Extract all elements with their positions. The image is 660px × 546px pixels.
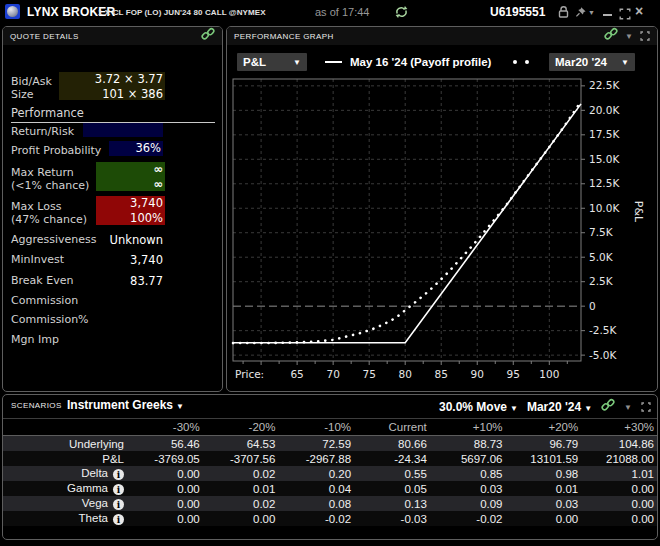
chevron-down-icon: ▼: [584, 404, 592, 413]
max-loss-chance-label: (47% chance): [11, 213, 87, 226]
panel-menu-caret-icon[interactable]: ▼: [624, 403, 632, 412]
return-risk-label: Return/Risk: [11, 125, 74, 138]
cell-value: 0.02: [203, 496, 279, 511]
cell-value: 0.05: [354, 481, 430, 496]
table-row[interactable]: Thetai0.000.00-0.02-0.03-0.020.000.00: [3, 511, 657, 526]
cell-value: 5697.06: [430, 451, 506, 466]
table-row[interactable]: Vegai0.000.020.080.130.090.030.00: [3, 496, 657, 511]
column-header: -20%: [203, 419, 279, 436]
legend-dotted-sample: [513, 60, 529, 64]
svg-text:7.5K: 7.5K: [589, 226, 614, 238]
svg-text:100: 100: [539, 368, 559, 380]
cell-value: 0.00: [127, 481, 203, 496]
quote-details-title: QUOTE DETAILS: [10, 32, 79, 41]
link-icon[interactable]: [201, 27, 215, 45]
greeks-dropdown[interactable]: Instrument Greeks▼: [67, 398, 184, 412]
legend-payoff-label: May 16 '24 (Payoff profile): [350, 56, 491, 68]
max-return-pct-value: ∞: [96, 177, 165, 192]
cell-value: 0.00: [506, 511, 582, 526]
max-loss-label: Max Loss: [11, 200, 61, 213]
row-label: Gammai: [3, 481, 127, 496]
column-header: +10%: [430, 419, 506, 436]
chevron-down-icon: ▼: [613, 58, 629, 67]
cell-value: 0.00: [203, 511, 279, 526]
table-row[interactable]: Underlying56.4664.5372.5980.6688.7396.79…: [3, 436, 657, 452]
table-row[interactable]: P&L-3769.05-3707.56-2967.88-24.345697.06…: [3, 451, 657, 466]
metric-dropdown[interactable]: P&L ▼: [237, 53, 307, 71]
move-dropdown[interactable]: 30.0% Move▼: [439, 400, 518, 414]
maximize-icon[interactable]: [640, 27, 650, 45]
max-return-value: ∞: [96, 162, 165, 177]
column-header: -10%: [278, 419, 354, 436]
cell-value: 0.01: [506, 481, 582, 496]
return-risk-value-field: [83, 123, 163, 137]
cell-value: 56.46: [127, 436, 203, 452]
info-icon[interactable]: i: [113, 469, 124, 480]
max-return-highlight: ∞ ∞: [96, 162, 165, 191]
row-label: Vegai: [3, 496, 127, 511]
mininvest-value: 3,740: [63, 253, 163, 267]
svg-text:85: 85: [435, 368, 448, 380]
metric-dropdown-label: P&L: [243, 56, 266, 68]
max-loss-value: 3,740: [96, 196, 165, 211]
svg-text:17.5K: 17.5K: [589, 128, 620, 140]
cell-value: 0.00: [581, 496, 657, 511]
scenarios-header-row: -30%-20%-10%Current+10%+20%+30%: [3, 419, 657, 436]
close-icon[interactable]: ×: [635, 3, 643, 19]
max-return-chance-label: (<1% chance): [11, 179, 89, 192]
lock-icon[interactable]: [557, 5, 570, 23]
pin-icon[interactable]: [575, 5, 587, 23]
pin-menu-caret-icon[interactable]: ▼: [588, 9, 595, 16]
scenarios-table-body: Underlying56.4664.5372.5980.6688.7396.79…: [3, 436, 657, 527]
cell-value: 13101.59: [506, 451, 582, 466]
column-header: -30%: [127, 419, 203, 436]
performance-graph-title: PERFORMANCE GRAPH: [234, 32, 334, 41]
minimize-icon[interactable]: [603, 14, 612, 16]
table-row[interactable]: Gammai0.000.010.040.050.030.010.00: [3, 481, 657, 496]
commission-pct-label: Commission%: [11, 313, 89, 326]
cell-value: -24.34: [354, 451, 430, 466]
mininvest-label: MinInvest: [11, 253, 64, 266]
graph-date-dropdown-label: Mar20 '24: [555, 56, 607, 68]
info-icon[interactable]: i: [113, 514, 124, 525]
table-row[interactable]: Deltai0.000.020.200.550.850.981.01: [3, 466, 657, 481]
panel-menu-caret-icon[interactable]: ▼: [625, 32, 633, 41]
cell-value: 0.03: [430, 481, 506, 496]
cell-value: 0.01: [203, 481, 279, 496]
maximize-icon[interactable]: [641, 398, 651, 416]
profit-probability-value: 36%: [109, 141, 163, 156]
info-icon[interactable]: i: [113, 484, 124, 495]
svg-text:95: 95: [507, 368, 520, 380]
cell-value: 0.08: [278, 496, 354, 511]
cell-value: 0.20: [278, 466, 354, 481]
app-globe-icon: [5, 4, 20, 19]
svg-text:65: 65: [290, 368, 303, 380]
column-header: +30%: [581, 419, 657, 436]
max-return-label: Max Return: [11, 166, 74, 179]
svg-text:Price:: Price:: [235, 368, 264, 380]
column-header: +20%: [506, 419, 582, 436]
performance-section-label: Performance: [11, 106, 215, 123]
link-icon[interactable]: [604, 27, 618, 45]
svg-text:75: 75: [362, 368, 375, 380]
scenario-date-dropdown[interactable]: Mar20 '24▼: [527, 400, 592, 414]
row-label: Underlying: [3, 436, 127, 452]
cell-value: 80.66: [354, 436, 430, 452]
aggressiveness-value: Unknown: [63, 233, 163, 247]
refresh-icon[interactable]: [394, 5, 409, 19]
info-icon[interactable]: i: [113, 499, 124, 510]
link-icon[interactable]: [601, 398, 615, 416]
cell-value: 96.79: [506, 436, 582, 452]
cell-value: 0.00: [127, 511, 203, 526]
cell-value: 0.00: [581, 511, 657, 526]
cell-value: 0.85: [430, 466, 506, 481]
size-label: Size: [11, 88, 34, 101]
restore-icon[interactable]: [619, 6, 631, 24]
scenario-date-curve: [233, 102, 581, 344]
profit-probability-label: Profit Probability: [11, 144, 101, 157]
legend-solid-line-sample: [325, 61, 342, 63]
row-label: P&L: [3, 451, 127, 466]
cell-value: 0.09: [430, 496, 506, 511]
graph-date-dropdown[interactable]: Mar20 '24 ▼: [549, 53, 635, 71]
quote-details-header: QUOTE DETAILS: [3, 27, 222, 45]
